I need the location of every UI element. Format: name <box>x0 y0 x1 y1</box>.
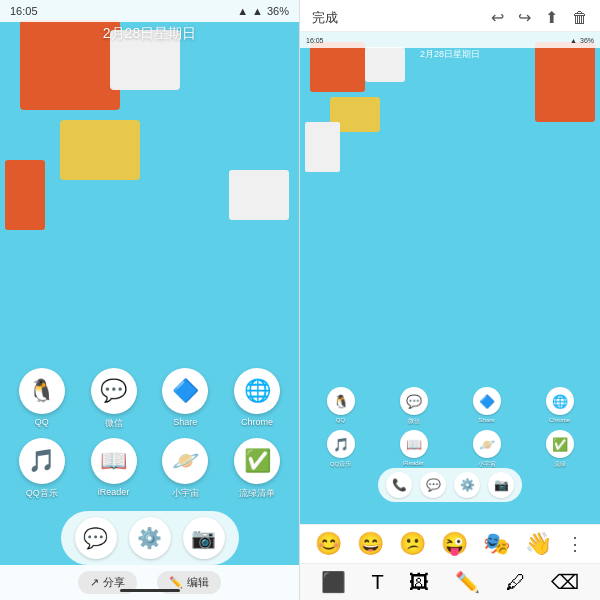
app-qqmusic[interactable]: 🎵 QQ音乐 <box>10 438 74 500</box>
mini-battery: 36% <box>580 37 594 44</box>
signal-icon: ▲ <box>252 5 263 17</box>
mosaic-tool[interactable]: ⌫ <box>551 570 579 594</box>
app-planet-label: 小宇宙 <box>172 487 199 500</box>
right-panel: 完成 ↩ ↪ ⬆ 🗑 16:05 ▲ 36% 2月28日星期日 <box>300 0 600 600</box>
mini-app-cleaner: ✅ 流绿 <box>525 430 594 469</box>
app-planet[interactable]: 🪐 小宇宙 <box>154 438 218 500</box>
app-ireader[interactable]: 📖 iReader <box>82 438 146 500</box>
emoji-smile[interactable]: 😊 <box>315 531 342 557</box>
crop-tool[interactable]: ⬛ <box>321 570 346 594</box>
mini-cleaner-icon: ✅ <box>546 430 574 458</box>
mini-app-chrome: 🌐 Chrome <box>525 387 594 426</box>
dock-camera[interactable]: 📷 <box>183 517 225 559</box>
mini-status-bar: 16:05 ▲ 36% <box>300 32 600 48</box>
mini-share-icon: 🔷 <box>473 387 501 415</box>
complete-button[interactable]: 完成 <box>312 9 338 27</box>
app-ireader-label: iReader <box>98 487 130 497</box>
share-top-icon[interactable]: ⬆ <box>545 8 558 27</box>
mini-status-right: ▲ 36% <box>570 37 594 44</box>
text-tool[interactable]: T <box>371 571 383 594</box>
wallpaper <box>0 0 299 600</box>
mini-app-grid: 🐧 QQ 💬 微信 🔷 Share 🌐 Chrome 🎵 QQ音乐 📖 <box>300 387 600 469</box>
mini-qq-icon: 🐧 <box>327 387 355 415</box>
left-nav-line <box>120 589 180 592</box>
emoji-toolbar: 😊 😄 😕 😜 🎭 👋 ⋮ <box>300 524 600 564</box>
pen-tool[interactable]: ✏️ <box>455 570 480 594</box>
right-screenshot-preview: 16:05 ▲ 36% 2月28日星期日 🐧 QQ 💬 微信 🔷 Share <box>300 32 600 524</box>
wp-decoration-orange-small <box>5 160 45 230</box>
app-cleaner-label: 流绿清单 <box>239 487 275 500</box>
eraser-tool[interactable]: 🖊 <box>506 571 526 594</box>
mini-planet-icon: 🪐 <box>473 430 501 458</box>
app-wechat-label: 微信 <box>105 417 123 430</box>
mini-qqmusic-label: QQ音乐 <box>330 460 351 469</box>
emoji-laugh[interactable]: 😄 <box>357 531 384 557</box>
mini-app-qq: 🐧 QQ <box>306 387 375 426</box>
delete-top-icon[interactable]: 🗑 <box>572 9 588 27</box>
topbar-action-icons: ↩ ↪ ⬆ 🗑 <box>491 8 588 27</box>
mini-qq-label: QQ <box>336 417 345 423</box>
mini-chrome-icon: 🌐 <box>546 387 574 415</box>
app-cleaner[interactable]: ✅ 流绿清单 <box>225 438 289 500</box>
right-topbar: 完成 ↩ ↪ ⬆ 🗑 <box>300 0 600 32</box>
qqmusic-icon: 🎵 <box>19 438 65 484</box>
mini-dock-messages: 💬 <box>420 472 446 498</box>
share-label: 分享 <box>103 575 125 590</box>
mini-wifi-icon: ▲ <box>570 37 577 44</box>
mini-dock-settings: ⚙️ <box>454 472 480 498</box>
mini-ireader-label: iReader <box>403 460 424 466</box>
app-share-label: Share <box>173 417 197 427</box>
left-status-icons: ▲ ▲ 36% <box>237 5 289 17</box>
mini-dock: 📞 💬 ⚙️ 📷 <box>378 468 522 502</box>
app-qq[interactable]: 🐧 QQ <box>10 368 74 430</box>
mini-time: 16:05 <box>306 37 324 44</box>
wp-decoration-white-shelf <box>229 170 289 220</box>
left-status-bar: 16:05 ▲ ▲ 36% <box>0 0 299 22</box>
emoji-wave[interactable]: 👋 <box>525 531 552 557</box>
mini-wechat-label: 微信 <box>408 417 420 426</box>
left-app-grid: 🐧 QQ 💬 微信 🔷 Share 🌐 Chrome 🎵 QQ音乐 📖 iRea… <box>0 368 299 500</box>
mini-app-ireader: 📖 iReader <box>379 430 448 469</box>
mini-white-shelf <box>305 122 340 172</box>
cleaner-icon: ✅ <box>234 438 280 484</box>
edit-label: 编辑 <box>187 575 209 590</box>
emoji-mask[interactable]: 🎭 <box>483 531 510 557</box>
app-qqmusic-label: QQ音乐 <box>26 487 58 500</box>
left-bottom-bar: ↗ 分享 ✏️ 编辑 <box>0 565 299 600</box>
planet-icon: 🪐 <box>162 438 208 484</box>
battery-text: 36% <box>267 5 289 17</box>
edit-toolbar: ⬛ T 🖼 ✏️ 🖊 ⌫ <box>300 564 600 600</box>
chrome-icon: 🌐 <box>234 368 280 414</box>
app-wechat[interactable]: 💬 微信 <box>82 368 146 430</box>
dock-settings[interactable]: ⚙️ <box>129 517 171 559</box>
mini-wechat-icon: 💬 <box>400 387 428 415</box>
app-share[interactable]: 🔷 Share <box>154 368 218 430</box>
ireader-icon: 📖 <box>91 438 137 484</box>
share-icon: 🔷 <box>162 368 208 414</box>
left-time: 16:05 <box>10 5 38 17</box>
app-chrome[interactable]: 🌐 Chrome <box>225 368 289 430</box>
emoji-more-icon[interactable]: ⋮ <box>566 533 584 555</box>
mini-cleaner-label: 流绿 <box>554 460 566 469</box>
app-chrome-label: Chrome <box>241 417 273 427</box>
mini-app-share: 🔷 Share <box>452 387 521 426</box>
image-tool[interactable]: 🖼 <box>409 571 429 594</box>
mini-date: 2月28日星期日 <box>300 48 600 61</box>
wp-decoration-yellow <box>60 120 140 180</box>
mini-app-qqmusic: 🎵 QQ音乐 <box>306 430 375 469</box>
mini-dock-camera: 📷 <box>488 472 514 498</box>
mini-app-planet: 🪐 小宇宙 <box>452 430 521 469</box>
qq-icon: 🐧 <box>19 368 65 414</box>
undo-icon[interactable]: ↩ <box>491 8 504 27</box>
edit-icon-btn: ✏️ <box>169 576 183 589</box>
emoji-sad[interactable]: 😕 <box>399 531 426 557</box>
wechat-icon: 💬 <box>91 368 137 414</box>
mini-qqmusic-icon: 🎵 <box>327 430 355 458</box>
dock-messages[interactable]: 💬 <box>75 517 117 559</box>
mini-ireader-icon: 📖 <box>400 430 428 458</box>
redo-icon[interactable]: ↪ <box>518 8 531 27</box>
share-icon-btn: ↗ <box>90 576 99 589</box>
app-qq-label: QQ <box>35 417 49 427</box>
left-panel: 16:05 ▲ ▲ 36% 2月28日星期日 🐧 QQ 💬 微信 🔷 Share… <box>0 0 300 600</box>
emoji-wink[interactable]: 😜 <box>441 531 468 557</box>
